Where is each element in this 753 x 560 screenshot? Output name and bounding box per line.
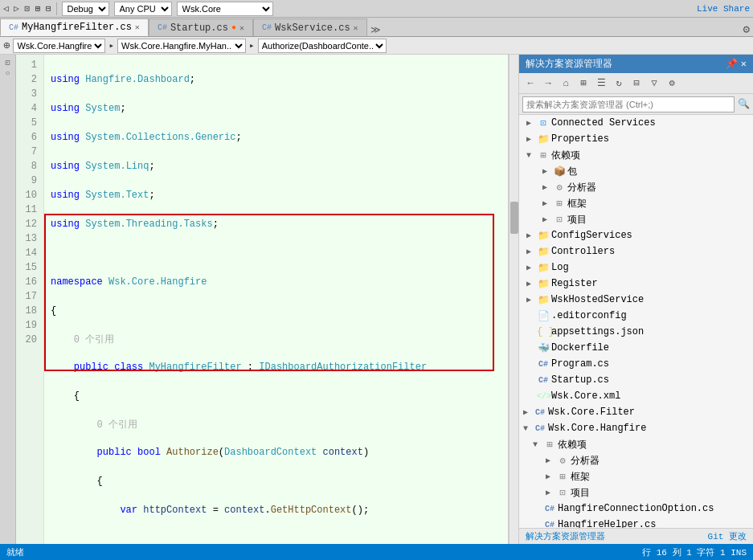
tree-log[interactable]: ▶ 📁 Log: [519, 260, 753, 276]
tree-controllers[interactable]: ▶ 📁 Controllers: [519, 243, 753, 260]
se-item-label: appsettings.json: [551, 326, 644, 337]
status-bar: 就绪 行 16 列 1 字符 1 INS: [0, 544, 753, 560]
cs-project-icon: C#: [534, 408, 546, 417]
search-icon: 🔍: [738, 98, 750, 110]
se-search-bar: 🔍: [519, 94, 753, 115]
se-refresh-btn[interactable]: ↻: [611, 76, 627, 92]
expand-icon: ▶: [522, 263, 535, 272]
ref-icon: ⊞: [537, 149, 550, 161]
se-item-label: Wsk.Core.Filter: [548, 407, 635, 418]
tree-editorconfig[interactable]: 📄 .editorconfig: [519, 308, 753, 324]
expand-icon: ▶: [522, 247, 535, 256]
tree-properties[interactable]: ▶ 📁 Properties: [519, 131, 753, 147]
scrollbar-thumb[interactable]: [510, 202, 518, 234]
tab-myhangfirefilter[interactable]: C# MyHangfireFilter.cs ✕: [0, 18, 149, 36]
tree-bao[interactable]: ▶ 📦 包: [519, 163, 753, 179]
tab-close-0[interactable]: ✕: [135, 22, 140, 32]
pin-icon[interactable]: 📌: [726, 58, 738, 70]
se-search-input[interactable]: [522, 96, 735, 112]
status-left: 就绪: [6, 546, 24, 558]
tree-connected-services[interactable]: ▶ ⊡ Connected Services: [519, 115, 753, 131]
se-collapse-btn[interactable]: ⊟: [628, 76, 645, 92]
tree-fenxiqi2[interactable]: ▶ ⚙ 分析器: [519, 452, 753, 468]
tree-yilaixiang[interactable]: ▼ ⊞ 依赖项: [519, 147, 753, 163]
se-forward-btn[interactable]: →: [540, 76, 556, 92]
class-select[interactable]: Wsk.Core.Hangfire.MyHan...: [117, 39, 246, 53]
tree-hangfire-helper[interactable]: C# HangfireHelper.cs: [519, 517, 753, 528]
se-window-close[interactable]: ✕: [741, 58, 747, 70]
folder-icon: 📁: [537, 133, 550, 145]
folder-icon: 📁: [537, 262, 550, 274]
se-settings-btn[interactable]: ⚙: [664, 76, 680, 92]
code-editor[interactable]: 1 2 3 4 5 6 7 8 9 10 11 12 13 14 15 16 1: [16, 55, 509, 544]
se-item-label: 框架: [567, 197, 587, 211]
tree-xiangmu2[interactable]: ▶ ⊡ 项目: [519, 484, 753, 501]
expand-icon: ▶: [519, 407, 532, 417]
framework-icon: ⊞: [553, 198, 566, 210]
se-item-label: 项目: [567, 213, 587, 227]
separator: [56, 2, 57, 15]
se-item-label: Connected Services: [551, 117, 656, 129]
se-show-all-btn[interactable]: ☰: [593, 76, 609, 92]
analyzer-icon: ⚙: [553, 182, 566, 194]
method-select[interactable]: Authorize(DashboardConte...: [258, 39, 387, 53]
tree-wskxml[interactable]: </> Wsk.Core.xml: [519, 388, 753, 404]
expand-icon: ▼: [529, 440, 542, 449]
namespace-select[interactable]: Wsk.Core.Hangfire: [13, 39, 105, 53]
toolbar-icons: ◁ ▷ ⊡ ⊞ ⊟: [3, 3, 51, 14]
se-item-label: Program.cs: [551, 358, 609, 370]
se-filter-btn[interactable]: ▽: [646, 76, 662, 92]
expand-icon: ▶: [538, 166, 551, 176]
tree-appsettings[interactable]: { } appsettings.json: [519, 324, 753, 340]
folder-icon: 📁: [537, 246, 550, 258]
git-changes-label[interactable]: Git 更改: [708, 530, 747, 542]
modified-indicator: ●: [231, 23, 236, 32]
live-share-btn[interactable]: Live Share: [697, 4, 750, 14]
cpu-select[interactable]: Any CPU: [114, 2, 172, 16]
se-item-label: 框架: [571, 470, 590, 484]
tree-program[interactable]: C# Program.cs: [519, 356, 753, 372]
tree-wsk-hangfire[interactable]: ▼ C# Wsk.Core.Hangfire: [519, 420, 753, 436]
se-back-btn[interactable]: ←: [522, 76, 538, 92]
pkg-icon: 📦: [553, 166, 566, 178]
tree-dockerfile[interactable]: 🐳 Dockerfile: [519, 340, 753, 356]
se-item-label: 依赖项: [551, 149, 580, 162]
expand-icon: ▶: [522, 231, 535, 240]
line-numbers: 1 2 3 4 5 6 7 8 9 10 11 12 13 14 15 16 1: [16, 55, 44, 544]
se-properties-btn[interactable]: ⊞: [575, 76, 591, 92]
tree-xiangmu[interactable]: ▶ ⊡ 项目: [519, 211, 753, 227]
tree-startup[interactable]: C# Startup.cs: [519, 372, 753, 388]
editor-scrollbar[interactable]: [509, 55, 518, 544]
tab-settings[interactable]: ⚙: [740, 22, 753, 36]
tree-kuangjia2[interactable]: ▶ ⊞ 框架: [519, 468, 753, 484]
expand-icon: ▶: [542, 488, 555, 497]
tab-close-2[interactable]: ✕: [354, 23, 358, 33]
tab-wskservice[interactable]: C# WskService.cs ✕: [253, 18, 367, 36]
tab-startup[interactable]: C# Startup.cs ● ✕: [149, 18, 253, 36]
tree-configservices[interactable]: ▶ 📁 ConfigServices: [519, 227, 753, 243]
tree-register[interactable]: ▶ 📁 Register: [519, 276, 753, 292]
se-item-label: HangfireConnectionOption.cs: [558, 503, 714, 514]
expand-icon: ▶: [538, 182, 551, 192]
project-icon: ⊡: [553, 214, 566, 226]
se-item-label: WskHostedService: [551, 294, 644, 305]
se-home-btn[interactable]: ⌂: [558, 76, 574, 92]
tree-yilaixiang2[interactable]: ▼ ⊞ 依赖项: [519, 436, 753, 452]
se-item-label: Log: [551, 262, 569, 273]
tree-wskhostedservice[interactable]: ▶ 📁 WskHostedService: [519, 292, 753, 308]
debug-select[interactable]: Debug: [62, 2, 109, 16]
tree-kuangjia[interactable]: ▶ ⊞ 框架: [519, 195, 753, 211]
se-item-label: Wsk.Core.Hangfire: [548, 423, 646, 434]
add-icon[interactable]: ⊕: [3, 39, 10, 52]
tab-close-1[interactable]: ✕: [239, 23, 244, 33]
tree-hangfire-option[interactable]: C# HangfireConnectionOption.cs: [519, 501, 753, 517]
tab-cs-icon3: C#: [262, 23, 272, 32]
tree-fenxiqi[interactable]: ▶ ⚙ 分析器: [519, 179, 753, 195]
se-bottom-label[interactable]: 解决方案资源管理器: [526, 530, 605, 542]
se-item-label: 依赖项: [558, 438, 587, 452]
breakpoint-icon: ○: [5, 69, 10, 78]
project-select[interactable]: Wsk.Core: [177, 2, 273, 16]
code-content: using Hangfire.Dashboard; using System; …: [44, 55, 508, 544]
tabs-overflow[interactable]: ≫: [367, 24, 384, 36]
tree-wsk-filter[interactable]: ▶ C# Wsk.Core.Filter: [519, 404, 753, 420]
